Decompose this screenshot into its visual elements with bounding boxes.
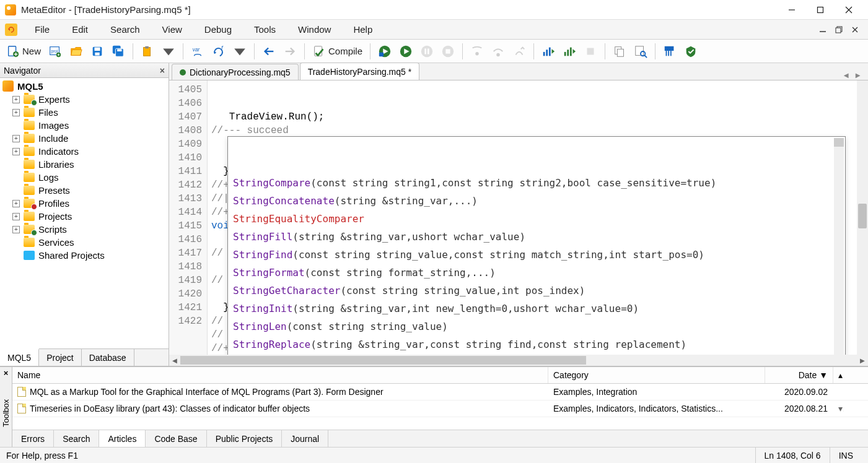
autocomplete-item[interactable]: StringFormat(const string format_string,…	[228, 264, 845, 282]
tree-item-experts[interactable]: +Experts	[0, 93, 169, 106]
menu-help[interactable]: Help	[342, 22, 384, 37]
tree-item-indicators[interactable]: +Indicators	[0, 145, 169, 158]
tree-expander[interactable]: +	[12, 226, 20, 233]
autocomplete-scrollbar[interactable]	[834, 138, 844, 355]
menu-search[interactable]: Search	[99, 22, 151, 37]
var-button[interactable]: var	[188, 42, 207, 61]
new-button[interactable]: New	[4, 42, 43, 61]
nav-back-button[interactable]	[260, 42, 278, 61]
mdi-minimize-button[interactable]	[817, 25, 829, 35]
code-line[interactable]: //--- succeed	[211, 124, 857, 137]
close-button[interactable]	[835, 0, 863, 20]
autocomplete-item[interactable]: StringFill(string &string_var,ushort wch…	[228, 228, 845, 246]
autocomplete-item[interactable]: StringCompare(const string string1,const…	[228, 174, 845, 192]
maximize-button[interactable]	[806, 0, 835, 20]
column-date[interactable]: Date ▼	[765, 367, 833, 383]
column-scroll-up[interactable]: ▴	[833, 367, 848, 383]
menu-tools[interactable]: Tools	[243, 22, 287, 37]
autocomplete-item[interactable]: StringInit(string &string_var,int new_le…	[228, 300, 845, 318]
function-dropdown[interactable]	[230, 42, 249, 61]
navigator-tree[interactable]: MQL5 +Experts+FilesImages+Include+Indica…	[0, 78, 169, 348]
mdi-restore-button[interactable]	[833, 25, 845, 35]
tree-item-files[interactable]: +Files	[0, 106, 169, 119]
tree-item-scripts[interactable]: +Scripts	[0, 223, 169, 236]
code-content[interactable]: TradeView.Run();//--- succeed return(INI…	[208, 80, 857, 355]
tree-expander[interactable]: +	[12, 213, 20, 220]
open-button[interactable]	[67, 42, 85, 61]
styler-button[interactable]	[660, 42, 679, 61]
row-scroll[interactable]	[833, 389, 844, 395]
menu-debug[interactable]: Debug	[193, 22, 243, 37]
row-scroll[interactable]: ▾	[833, 400, 844, 417]
tree-item-logs[interactable]: Logs	[0, 171, 169, 184]
profile-history-button[interactable]	[560, 42, 579, 61]
toolbox-tab-code-base[interactable]: Code Base	[146, 430, 206, 447]
navigator-close-button[interactable]: ×	[160, 66, 165, 76]
autocomplete-item[interactable]: StringConcatenate(string &string_var,...…	[228, 192, 845, 210]
tree-item-presets[interactable]: Presets	[0, 184, 169, 197]
toolbox-tab-public-projects[interactable]: Public Projects	[207, 430, 283, 447]
autocomplete-item[interactable]: StringReplace(string &string_var,const s…	[228, 335, 845, 353]
menu-file[interactable]: File	[24, 22, 61, 37]
editor-vertical-scrollbar[interactable]	[857, 80, 868, 355]
tree-item-shared-projects[interactable]: Shared Projects	[0, 249, 169, 262]
tree-item-services[interactable]: Services	[0, 236, 169, 249]
function-button[interactable]: ƒ	[209, 42, 228, 61]
compile-button[interactable]: Compile	[310, 42, 365, 61]
code-line[interactable]: TradeView.Run();	[211, 110, 857, 124]
tree-item-projects[interactable]: +Projects	[0, 210, 169, 223]
tab-prev-button[interactable]: ◄	[842, 71, 850, 80]
tree-item-include[interactable]: +Include	[0, 132, 169, 145]
toolbox-tab-journal[interactable]: Journal	[282, 430, 328, 447]
autocomplete-item[interactable]: StringFind(const string string_value,con…	[228, 246, 845, 264]
toolbox-row[interactable]: MQL as a Markup Tool for the Graphical I…	[12, 384, 868, 400]
code-area[interactable]: 1405140614071408140914101411141214131414…	[169, 80, 868, 355]
check-button[interactable]	[682, 42, 700, 61]
find-button[interactable]	[631, 42, 650, 61]
save-button[interactable]	[88, 42, 107, 61]
toolbox-tab-search[interactable]: Search	[54, 430, 99, 447]
paste-dropdown[interactable]	[159, 42, 178, 61]
editor-horizontal-scrollbar[interactable]: ◄ ►	[169, 355, 868, 366]
save-all-button[interactable]	[109, 42, 128, 61]
tree-expander[interactable]: +	[12, 109, 20, 116]
tree-item-images[interactable]: Images	[0, 119, 169, 132]
menu-view[interactable]: View	[151, 22, 193, 37]
toolbox-row[interactable]: Timeseries in DoEasy library (part 43): …	[12, 400, 868, 417]
minimize-button[interactable]	[778, 0, 806, 20]
debug-start-button[interactable]	[375, 42, 394, 61]
column-name[interactable]: Name	[12, 367, 548, 383]
nav-tab-project[interactable]: Project	[39, 349, 82, 366]
paste-button[interactable]	[138, 42, 157, 61]
mdi-close-button[interactable]	[849, 25, 861, 35]
tree-expander[interactable]: +	[12, 96, 20, 103]
column-category[interactable]: Category	[548, 367, 765, 383]
tree-expander[interactable]: +	[12, 135, 20, 142]
autocomplete-item[interactable]: StringGetCharacter(const string string_v…	[228, 282, 845, 300]
autocomplete-item[interactable]: StringEqualityComparer	[228, 210, 845, 228]
nav-tab-database[interactable]: Database	[82, 349, 134, 366]
editor-tab[interactable]: DictionaryProcessing.mq5	[172, 64, 299, 80]
run-button[interactable]	[397, 42, 415, 61]
autocomplete-popup[interactable]: StringCompare(const string string1,const…	[227, 136, 846, 355]
tab-next-button[interactable]: ►	[854, 71, 862, 80]
scroll-left-arrow[interactable]: ◄	[169, 356, 180, 365]
nav-tab-mql5[interactable]: MQL5	[0, 348, 39, 366]
toolbox-tab-articles[interactable]: Articles	[99, 430, 146, 447]
scroll-right-arrow[interactable]: ►	[857, 356, 868, 365]
new-project-button[interactable]: proj	[46, 42, 64, 61]
autocomplete-item[interactable]: StringLen(const string string_value)	[228, 318, 845, 335]
tree-root[interactable]: MQL5	[0, 79, 169, 93]
menu-window[interactable]: Window	[287, 22, 342, 37]
menu-edit[interactable]: Edit	[61, 22, 99, 37]
svg-rect-1	[818, 7, 823, 12]
copy-button[interactable]	[610, 42, 629, 61]
tree-item-libraries[interactable]: Libraries	[0, 158, 169, 171]
tree-expander[interactable]: +	[12, 148, 20, 155]
toolbox-close-button[interactable]: ×	[4, 367, 9, 379]
tree-item-profiles[interactable]: +Profiles	[0, 197, 169, 210]
tree-expander[interactable]: +	[12, 200, 20, 207]
profile-realtime-button[interactable]	[539, 42, 558, 61]
editor-tab[interactable]: TradeHistoryParsing.mq5 *	[300, 63, 420, 80]
toolbox-tab-errors[interactable]: Errors	[12, 430, 54, 447]
